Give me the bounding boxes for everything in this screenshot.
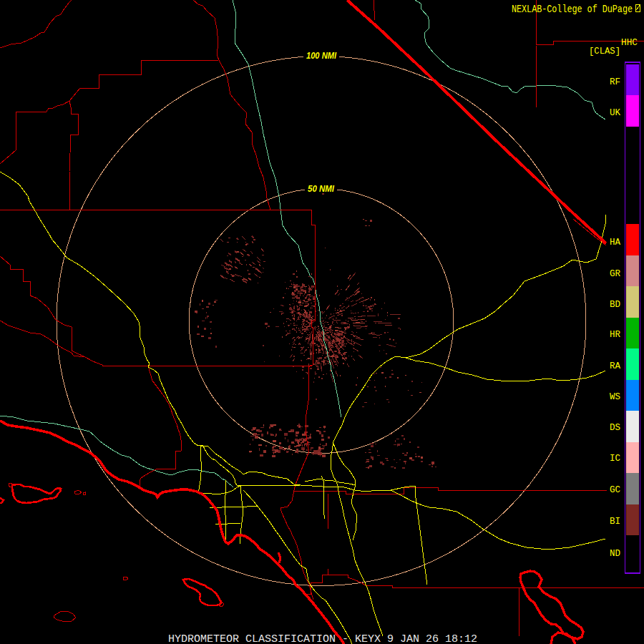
svg-text:[CLAS]: [CLAS] (589, 46, 620, 57)
svg-text:100 NMI: 100 NMI (306, 50, 336, 61)
svg-text:HHC: HHC (621, 37, 638, 48)
svg-text:HR: HR (610, 329, 620, 340)
svg-text:RA: RA (610, 361, 620, 371)
svg-text:BI: BI (610, 516, 620, 527)
svg-text:HYDROMETEOR CLASSIFICATION - K: HYDROMETEOR CLASSIFICATION - KEYX 9 JAN … (168, 633, 477, 644)
svg-text:RF: RF (610, 77, 620, 87)
svg-text:DS: DS (610, 422, 620, 433)
svg-text:WS: WS (610, 391, 620, 402)
svg-text:IC: IC (610, 453, 620, 464)
svg-text:BD: BD (610, 299, 620, 310)
svg-text:GC: GC (610, 484, 620, 495)
svg-text:GR: GR (610, 268, 620, 279)
svg-text:NEXLAB-College of DuPage: NEXLAB-College of DuPage (512, 4, 633, 15)
svg-text:HA: HA (610, 237, 620, 248)
svg-text:50 NMI: 50 NMI (308, 183, 334, 194)
svg-text:UK: UK (610, 107, 620, 118)
svg-text:ND: ND (610, 548, 620, 559)
